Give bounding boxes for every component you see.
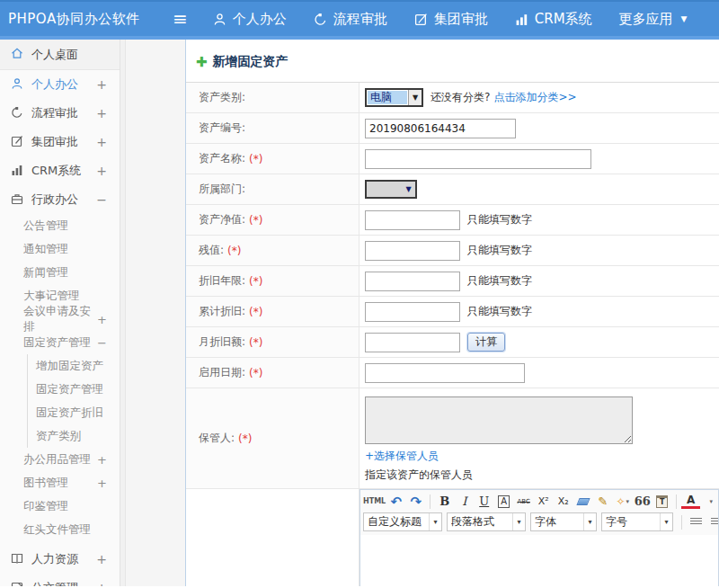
sidebar-item-admin-office[interactable]: 行政办公 − <box>0 185 120 214</box>
nav-group-approval[interactable]: 集团审批 <box>414 11 488 28</box>
expand-plus-icon[interactable]: + <box>96 77 107 92</box>
numeric-hint: 只能填写数字 <box>467 304 532 319</box>
font-size-select[interactable]: 字号 ▾ <box>601 512 673 531</box>
sidebar-item-personal-desktop[interactable]: 个人桌面 <box>0 40 120 70</box>
subscript-button[interactable]: X₂ <box>554 492 573 511</box>
required-marker: (*) <box>249 214 262 227</box>
sidebar-item-hr[interactable]: 人力资源 + <box>0 545 120 574</box>
sidebar-item-crm-system[interactable]: CRM系统 + <box>0 156 120 185</box>
calculate-button[interactable]: 计算 <box>467 333 505 352</box>
add-category-link[interactable]: 点击添加分类>> <box>493 90 576 105</box>
net-value-input[interactable] <box>365 210 460 230</box>
format-painter-button[interactable]: ✎ <box>593 492 612 511</box>
required-marker: (*) <box>249 306 262 318</box>
sidebar-item-office-supplies-mgmt[interactable]: 办公用品管理 + <box>0 448 120 471</box>
app-header: PHPOA协同办公软件 ≡ 个人办公 流程审批 集团审批 CRM系统 更多应用 … <box>0 0 719 36</box>
depreciation-years-input[interactable] <box>365 272 460 291</box>
expand-plus-icon[interactable]: + <box>96 135 107 149</box>
editor-toolbar-row1: HTML ↶ ↷ B I U A ABC X² X₂ <box>360 490 718 512</box>
rich-text-editor: HTML ↶ ↷ B I U A ABC X² X₂ <box>360 489 719 586</box>
align-left-button[interactable] <box>687 512 706 531</box>
expand-plus-icon[interactable]: + <box>96 106 107 120</box>
sidebar: 个人桌面 个人办公 + 流程审批 + 集团审批 + CRM系统 + 行政办公 −… <box>0 40 120 586</box>
strikethrough-button[interactable]: ABC <box>514 492 533 511</box>
edit-icon <box>11 135 23 150</box>
sidebar-item-red-header-doc-mgmt[interactable]: 红头文件管理 <box>0 518 120 541</box>
paragraph-select[interactable]: 段落格式 ▾ <box>447 512 526 531</box>
monthly-depreciation-input[interactable] <box>365 333 460 352</box>
sidebar-item-announcement-mgmt[interactable]: 公告管理 <box>0 214 120 237</box>
heading-select[interactable]: 自定义标题 ▾ <box>363 512 442 531</box>
asset-category-select[interactable]: 电脑 ▼ <box>365 88 423 107</box>
asset-name-input[interactable] <box>365 149 591 169</box>
italic-button[interactable]: I <box>455 492 474 511</box>
collapse-minus-icon[interactable]: − <box>96 192 107 207</box>
process-icon <box>314 13 327 26</box>
sidebar-item-seal-mgmt[interactable]: 印鉴管理 <box>0 494 120 518</box>
sidebar-item-personal-office[interactable]: 个人办公 + <box>0 70 120 99</box>
edit-icon <box>414 13 428 26</box>
expand-plus-icon[interactable]: + <box>96 552 107 566</box>
expand-plus-icon[interactable]: + <box>97 313 107 326</box>
sidebar-item-workflow-approval[interactable]: 流程审批 + <box>0 99 120 128</box>
blockquote-button[interactable]: 66 <box>633 492 652 511</box>
selected-option <box>368 183 393 196</box>
autotypeset-button[interactable]: ✧▾ <box>613 492 632 511</box>
editor-toolbar-row2: 自定义标题 ▾ 段落格式 ▾ 字体 ▾ <box>360 512 718 535</box>
nav-crm-system[interactable]: CRM系统 <box>515 11 592 28</box>
sidebar-item-meeting-request[interactable]: 会议申请及安排 + <box>0 307 120 331</box>
select-keeper-link[interactable]: +选择保管人员 <box>365 449 439 464</box>
sidebar-item-add-fixed-asset[interactable]: 增加固定资产 <box>28 354 120 378</box>
editor-content-area[interactable] <box>360 535 718 586</box>
font-border-button[interactable]: A <box>494 492 513 511</box>
field-label: 启用日期: <box>199 365 245 380</box>
undo-button[interactable]: ↶ <box>386 492 405 511</box>
redo-button[interactable]: ↷ <box>406 492 425 511</box>
sidebar-item-asset-category[interactable]: 资产类别 <box>28 424 120 448</box>
align-center-icon <box>711 518 718 526</box>
align-left-icon <box>690 518 702 526</box>
nav-personal-office[interactable]: 个人办公 <box>213 11 287 28</box>
bold-button[interactable]: B <box>435 492 454 511</box>
toolbar-separator <box>681 515 682 530</box>
eraser-button[interactable] <box>573 492 592 511</box>
font-select[interactable]: 字体 ▾ <box>530 512 597 531</box>
person-icon <box>11 77 23 93</box>
align-center-button[interactable] <box>706 512 718 531</box>
accumulated-depreciation-input[interactable] <box>365 302 460 322</box>
fixed-asset-submenu: 增加固定资产 固定资产管理 固定资产折旧 资产类别 <box>27 354 120 448</box>
collapse-minus-icon[interactable]: − <box>97 336 107 350</box>
expand-plus-icon[interactable]: + <box>97 453 107 467</box>
paste-text-button[interactable]: T <box>652 492 671 511</box>
sidebar-item-official-doc-mgmt[interactable]: 公文管理 + <box>0 574 120 586</box>
expand-plus-icon[interactable]: + <box>97 477 107 490</box>
sidebar-item-fixed-asset-depreciation[interactable]: 固定资产折旧 <box>28 401 120 424</box>
form-row-editor: HTML ↶ ↷ B I U A ABC X² X₂ <box>186 489 719 586</box>
toolbar-separator <box>430 494 431 509</box>
keeper-textarea[interactable] <box>365 396 633 444</box>
font-color-button[interactable]: A <box>681 494 700 509</box>
start-date-input[interactable] <box>365 363 525 383</box>
department-select[interactable]: ▼ <box>365 180 417 199</box>
book-icon <box>11 552 23 567</box>
asset-code-input[interactable] <box>365 119 516 138</box>
nav-workflow-approval[interactable]: 流程审批 <box>314 11 387 28</box>
eraser-icon <box>576 498 590 505</box>
hamburger-menu-icon[interactable]: ≡ <box>173 10 188 28</box>
sidebar-item-fixed-asset-mgmt[interactable]: 固定资产管理 − <box>0 331 120 354</box>
superscript-button[interactable]: X² <box>534 492 553 511</box>
nav-more-apps[interactable]: 更多应用 ▼ <box>619 11 688 28</box>
underline-button[interactable]: U <box>475 492 493 511</box>
html-source-button[interactable]: HTML <box>363 492 386 511</box>
sidebar-item-group-approval[interactable]: 集团审批 + <box>0 128 120 156</box>
expand-plus-icon[interactable]: + <box>96 164 107 178</box>
document-icon <box>11 581 23 587</box>
font-color-caret[interactable]: ▾ <box>701 492 718 511</box>
expand-plus-icon[interactable]: + <box>96 581 107 586</box>
sidebar-item-book-mgmt[interactable]: 图书管理 + <box>0 471 120 494</box>
sidebar-item-notice-mgmt[interactable]: 通知管理 <box>0 237 120 261</box>
residual-value-input[interactable] <box>365 241 460 261</box>
sidebar-item-news-mgmt[interactable]: 新闻管理 <box>0 261 120 284</box>
sidebar-item-fixed-asset-list[interactable]: 固定资产管理 <box>28 378 120 401</box>
caret-down-icon: ▼ <box>408 90 422 105</box>
